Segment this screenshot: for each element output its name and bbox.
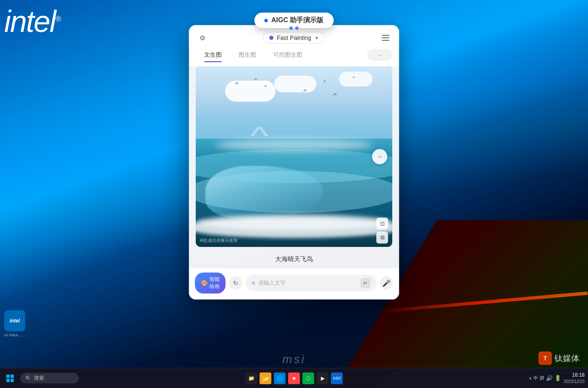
seagull-7: ʌ	[352, 76, 355, 79]
cloud-2	[274, 76, 316, 92]
taskbar: 🔍 搜索 📁 📂 🌐 ■ ⬡ ▶ intel ∧ 中 拼 �	[0, 368, 588, 388]
timedia-icon: T	[538, 351, 552, 365]
taskbar-app-cmd[interactable]: ▶	[317, 372, 328, 384]
microphone-button[interactable]: 🎤	[380, 276, 393, 290]
ai-btn-label: 智能 绘画	[210, 276, 220, 290]
tray-lang[interactable]: 中	[533, 375, 538, 381]
refresh-button[interactable]: ↻	[229, 276, 242, 290]
taskbar-center: 📁 📂 🌐 ■ ⬡ ▶ intel	[245, 372, 343, 384]
seagull-3: ʌ	[264, 84, 267, 88]
enter-icon: ↵	[363, 280, 368, 286]
seagull-4: ʌ	[303, 88, 307, 92]
ocean-scene: ʌ ʌ ʌ ʌ ʌ ʌ ʌ ʌ	[196, 66, 392, 247]
next-image-button[interactable]: →	[372, 149, 387, 164]
taskbar-app-file[interactable]: 📁	[245, 372, 257, 384]
input-bar: 🎨 智能 绘画 ↻ ≡ 请输入文字 ↵ 🎤	[189, 268, 399, 299]
tab-text-to-image[interactable]: 文生图	[196, 49, 230, 61]
large-seagull: ʌ	[249, 121, 270, 140]
ai-icon: 🎨	[201, 280, 208, 286]
cloud-3	[339, 72, 373, 87]
hamburger-icon	[382, 35, 389, 41]
taskbar-right: ∧ 中 拼 🔊 🔋 16:18 2023/12/15	[529, 372, 585, 384]
ai-draw-button[interactable]: 🎨 智能 绘画	[195, 273, 226, 294]
cmd-icon: ▶	[321, 375, 325, 381]
seagull-6: ʌ	[333, 92, 336, 96]
tray-expand-icon[interactable]: ∧	[529, 376, 532, 380]
taskbar-app-xbox[interactable]: ⬡	[302, 372, 314, 384]
seagull-1: ʌ	[234, 81, 238, 85]
prompt-display: 大海晴天飞鸟	[189, 252, 399, 268]
prompt-text: 大海晴天飞鸟	[275, 255, 313, 262]
next-arrow-icon: →	[377, 153, 383, 160]
model-name-label: Fast Painting	[277, 34, 311, 41]
win-logo-bl	[6, 379, 10, 382]
tab-image-to-image[interactable]: 图生图	[230, 49, 265, 61]
timedia-watermark: T 钛媒体	[538, 351, 580, 365]
taskbar-app-folder[interactable]: 📂	[260, 372, 271, 384]
foam-2	[196, 217, 392, 238]
win-logo-tr	[10, 375, 14, 378]
copy-image-button[interactable]: ⧉	[376, 232, 388, 244]
input-text-icon: ≡	[252, 280, 255, 286]
generated-image-area: ʌ ʌ ʌ ʌ ʌ ʌ ʌ ʌ AI生成仅供展示使用 →	[196, 66, 392, 247]
anchor-dot-left	[289, 26, 293, 30]
taskbar-left: 🔍 搜索	[3, 372, 79, 385]
search-text: 搜索	[34, 375, 44, 382]
foam-top	[215, 139, 373, 151]
wave-2	[196, 171, 392, 213]
taskbar-app-edge[interactable]: 🌐	[274, 372, 286, 384]
taskbar-app-1[interactable]: ■	[288, 372, 300, 384]
tray-volume[interactable]: 🔊	[546, 375, 553, 381]
clock-date: 2023/12/15	[564, 379, 585, 384]
folder-icon: 📂	[262, 375, 269, 382]
win-logo-br	[10, 379, 14, 382]
tab-controlled-image[interactable]: 可控图生图	[265, 49, 311, 61]
ocean	[196, 139, 392, 247]
window-title-bar: AIGC 助手演示版	[255, 13, 334, 28]
anchor-dot-right	[295, 26, 299, 30]
save-image-button[interactable]: ⊡	[376, 218, 388, 229]
edge-icon: 🌐	[276, 375, 284, 382]
tray-input[interactable]: 拼	[540, 375, 544, 381]
tab-bar: 文生图 图生图 可控图生图 ···	[189, 49, 399, 66]
seagull-2: ʌ	[254, 77, 257, 81]
menu-button[interactable]	[379, 31, 392, 45]
app1-icon: ■	[292, 375, 295, 381]
clock-time: 16:18	[564, 372, 585, 379]
text-input-area: ≡ 请输入文字 ↵	[246, 275, 376, 291]
intel-badge-label: AI Voice ...	[4, 333, 25, 338]
window-title-text: AIGC 助手演示版	[271, 16, 323, 24]
image-action-icons: ⊡ ⧉	[376, 218, 388, 244]
app-window: ⚙ Fast Painting ▼ 文生图 图生图 可控图生图 ···	[189, 25, 399, 299]
tab-more-button[interactable]: ···	[367, 49, 392, 61]
windows-button[interactable]	[3, 372, 17, 385]
intel-badge-icon: intel	[4, 310, 25, 331]
tray-battery[interactable]: 🔋	[554, 375, 561, 381]
intel-logo: intel®	[4, 4, 60, 39]
system-clock[interactable]: 16:18 2023/12/15	[564, 372, 585, 384]
window-anchor	[289, 26, 299, 30]
image-watermark: AI生成仅供展示使用	[200, 238, 237, 244]
xbox-icon: ⬡	[306, 375, 310, 381]
system-tray: ∧ 中 拼 🔊 🔋	[529, 375, 561, 381]
file-icon: 📁	[248, 375, 255, 381]
save-icon: ⊡	[380, 220, 385, 227]
intel-badge-widget: intel AI Voice ...	[4, 310, 25, 338]
cloud-1	[225, 81, 276, 102]
model-dot-icon	[269, 36, 273, 40]
settings-button[interactable]: ⚙	[196, 31, 209, 45]
title-dot	[265, 19, 268, 22]
taskbar-app-intel[interactable]: intel	[331, 372, 343, 384]
win-logo-tl	[6, 375, 10, 378]
model-selector[interactable]: Fast Painting ▼	[263, 32, 325, 44]
timedia-text: 钛媒体	[554, 353, 580, 364]
msi-brand: msi	[282, 353, 306, 366]
chevron-down-icon: ▼	[315, 36, 319, 40]
intel-tb-icon: intel	[333, 376, 341, 380]
enter-button[interactable]: ↵	[360, 278, 370, 288]
mic-icon: 🎤	[382, 279, 391, 287]
input-placeholder: 请输入文字	[258, 279, 357, 287]
settings-icon: ⚙	[200, 34, 205, 42]
seagull-5: ʌ	[323, 79, 326, 83]
taskbar-search[interactable]: 🔍 搜索	[20, 373, 79, 383]
